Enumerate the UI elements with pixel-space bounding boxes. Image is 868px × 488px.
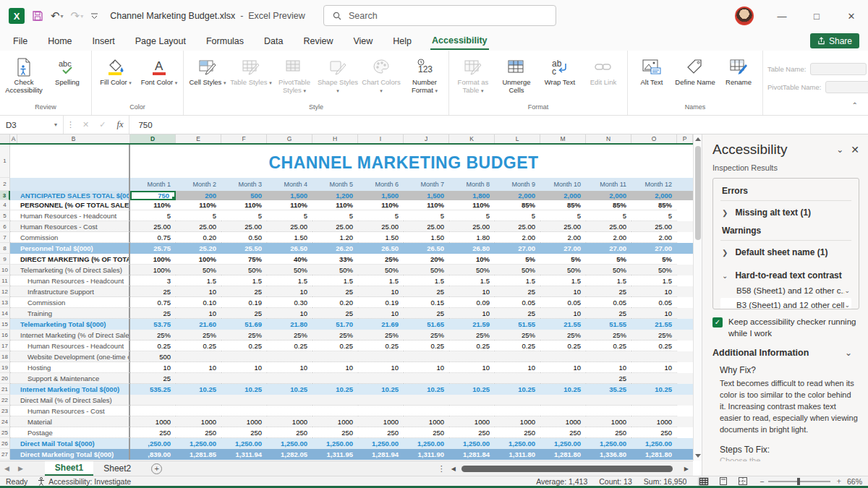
cell-E26[interactable]: 1,250.00 [176,438,221,449]
cell-B21[interactable]: Internet Marketing Total $(000) [10,384,130,395]
cell-K16[interactable]: 25% [449,330,495,341]
cell-B23[interactable]: Human Resources - Cost [10,406,130,416]
month-header-1[interactable]: Month 1 [130,178,176,191]
cell-G18[interactable] [267,351,312,362]
grid-row-10[interactable]: 10Telemarketing (% of Direct Sales)100%5… [0,265,693,275]
cell-O27[interactable]: 1,281.80 [631,449,677,460]
cell-E13[interactable]: 0.10 [176,297,221,308]
cell-I9[interactable]: 25% [358,254,404,265]
cell-D3[interactable]: 750 [130,191,176,200]
cell-H25[interactable]: 250 [312,427,358,438]
cell-I23[interactable] [358,406,404,416]
cell-H11[interactable]: 1.5 [312,275,358,286]
row-header-4[interactable]: 4 [0,200,10,210]
grid-row-24[interactable]: 24Material100010001000100010001000100010… [0,416,693,427]
row-header-10[interactable]: 10 [0,265,10,275]
cell-F12[interactable]: 25 [221,286,267,297]
accessibility-status[interactable]: Accessibility: Investigate [48,477,131,486]
cell-G8[interactable]: 26.50 [267,243,312,254]
avatar[interactable] [735,7,754,25]
cell-E8[interactable]: 25.20 [176,243,221,254]
cell-N8[interactable]: 27.00 [586,243,631,254]
cell-I12[interactable]: 10 [358,286,404,297]
grid-row-9[interactable]: 9DIRECT MARKETING (% OF TOTA100%100%75%4… [0,254,693,265]
cell-L3[interactable]: 2,000 [495,191,540,200]
cell-I15[interactable]: 21.69 [358,319,404,330]
cell-L5[interactable]: 5 [495,210,540,221]
grid-row-3[interactable]: 3ANTICIPATED SALES TOTAL $(007502005001,… [0,191,693,200]
row-header-15[interactable]: 15 [0,319,10,330]
cell-M7[interactable]: 2.00 [540,232,586,243]
month-header-5[interactable]: Month 5 [312,178,358,191]
cell-O4[interactable]: 85% [631,200,677,210]
cell-O26[interactable]: 1,250.00 [631,438,677,449]
cell-F9[interactable]: 75% [221,254,267,265]
cell-P6[interactable] [677,221,693,232]
cell-D10[interactable]: 100% [130,265,176,275]
cell-L7[interactable]: 2.00 [495,232,540,243]
cell-P25[interactable] [677,427,693,438]
grid-row-26[interactable]: 26Direct Mail Total $(000),250.001,250.0… [0,438,693,449]
cell-I13[interactable]: 0.19 [358,297,404,308]
row-header-12[interactable]: 12 [0,286,10,297]
cell-K22[interactable] [449,395,495,406]
close-icon[interactable]: ✕ [845,11,858,22]
cell-J17[interactable]: 0.25 [404,341,449,351]
grid-row-7[interactable]: 7Commission0.750.200.501.501.201.501.501… [0,232,693,243]
panel-collapse-icon[interactable]: ⌄ [829,145,851,155]
cell-M5[interactable]: 5 [540,210,586,221]
cell-B9[interactable]: DIRECT MARKETING (% OF TOTA [10,254,130,265]
cell-O17[interactable]: 0.25 [631,341,677,351]
col-header-N[interactable]: N [586,134,631,143]
cell-M15[interactable]: 21.55 [540,319,586,330]
cell-K23[interactable] [449,406,495,416]
cell-O19[interactable]: 10 [631,362,677,373]
tab-page-layout[interactable]: Page Layout [134,33,187,49]
cell-E11[interactable]: 1.5 [176,275,221,286]
grid-row-20[interactable]: 20Support & Maintenance2525 [0,373,693,384]
cell-P18[interactable] [677,351,693,362]
cell-F21[interactable]: 10.25 [221,384,267,395]
cell-L26[interactable]: 1,250.00 [495,438,540,449]
cell-M27[interactable]: 1,281.80 [540,449,586,460]
sheet-nav-right-icon[interactable]: ▶ [14,465,27,472]
cell-I19[interactable]: 10 [358,362,404,373]
cell-F5[interactable]: 5 [221,210,267,221]
cell-J21[interactable]: 10.25 [404,384,449,395]
sheet-nav-left-icon[interactable]: ◀ [0,465,14,472]
cell-I11[interactable]: 1.5 [358,275,404,286]
zoom-level[interactable]: 66% [847,477,862,486]
cell-I8[interactable]: 26.50 [358,243,404,254]
cell-B12[interactable]: Infrastructure Support [10,286,130,297]
cell-J13[interactable]: 0.15 [404,297,449,308]
month-header-3[interactable]: Month 3 [221,178,267,191]
month-header-4[interactable]: Month 4 [267,178,312,191]
cell-D18[interactable]: 500 [130,351,176,362]
cell-P2[interactable] [677,178,693,191]
undo-button[interactable]: ↶▾ [51,9,64,22]
cell-H17[interactable]: 0.25 [312,341,358,351]
cell-I16[interactable]: 25% [358,330,404,341]
cell-K17[interactable]: 0.25 [449,341,495,351]
unmerge-cells-button[interactable]: Unmerge Cells [495,55,537,95]
cell-K21[interactable]: 10.25 [449,384,495,395]
month-header-6[interactable]: Month 6 [358,178,404,191]
cell-P7[interactable] [677,232,693,243]
cell-H24[interactable]: 1000 [312,416,358,427]
cell-D24[interactable]: 1000 [130,416,176,427]
zoom-slider[interactable] [768,481,830,482]
col-header-J[interactable]: J [404,134,449,143]
cell-K11[interactable]: 1.5 [449,275,495,286]
cell-M22[interactable] [540,395,586,406]
cell-K8[interactable]: 26.80 [449,243,495,254]
cell-I14[interactable]: 10 [358,308,404,319]
cell-I26[interactable]: 1,250.00 [358,438,404,449]
cell-K24[interactable]: 1000 [449,416,495,427]
cell-D21[interactable]: 535.25 [130,384,176,395]
grid-row-15[interactable]: 15Telemarketing Total $(000)53.7521.6051… [0,319,693,330]
cell-E9[interactable]: 100% [176,254,221,265]
cell-J12[interactable]: 25 [404,286,449,297]
cell-K19[interactable]: 10 [449,362,495,373]
cell-K5[interactable]: 5 [449,210,495,221]
cell-M17[interactable]: 0.25 [540,341,586,351]
